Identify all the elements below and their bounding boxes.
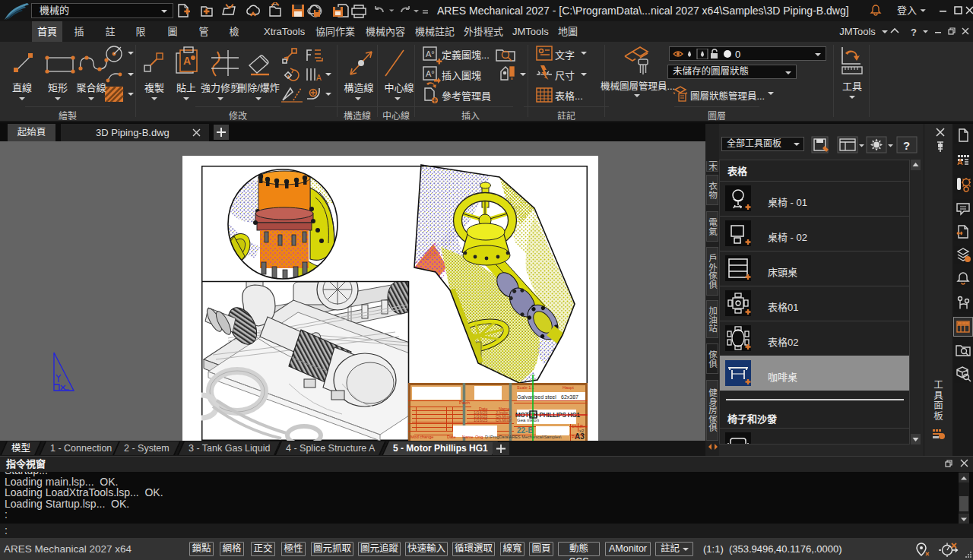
svg-text:Name: Name (462, 435, 474, 439)
svg-text:1/16/25: 1/16/25 (474, 418, 487, 422)
svg-text:22-B: 22-B (517, 426, 534, 435)
svg-text:?: ? (903, 139, 910, 152)
svg-text:Galvanised steel: Galvanised steel (517, 394, 556, 400)
svg-text:A: A (183, 55, 191, 67)
svg-text:A°: A° (426, 49, 435, 59)
svg-text:62x387: 62x387 (561, 394, 578, 400)
svg-text:Rev: Rev (580, 424, 588, 429)
svg-text:Scale 1:1: Scale 1:1 (517, 385, 534, 390)
svg-text:Ch.Mngr: Ch.Mngr (496, 418, 512, 422)
svg-text:Patch: Patch (459, 400, 470, 405)
svg-text:A: A (316, 74, 322, 82)
svg-text:Haupt: Haupt (563, 385, 574, 390)
svg-text:登入: 登入 (897, 5, 917, 16)
svg-text:D:\ProgData\ARES Mechanical\Sa: D:\ProgData\ARES Mechanical\Samples\ (485, 435, 562, 439)
svg-text:Per: Per (572, 435, 578, 439)
svg-text:A°: A° (426, 69, 435, 78)
svg-text:?: ? (911, 27, 917, 38)
svg-text:Orig: Orig (475, 435, 483, 439)
svg-text:Date: Date (447, 435, 456, 439)
svg-text:Mod change: Mod change (410, 435, 433, 439)
